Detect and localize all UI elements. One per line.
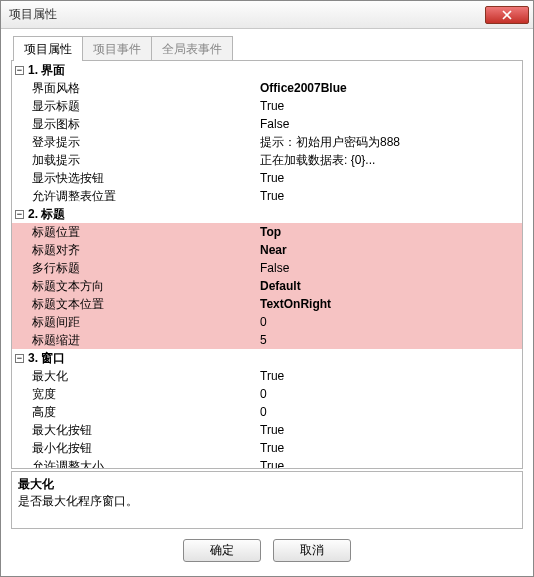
description-text: 是否最大化程序窗口。: [18, 493, 516, 510]
property-label: 多行标题: [32, 259, 260, 277]
tab-project-events[interactable]: 项目事件: [82, 36, 152, 61]
content-area: 项目属性 项目事件 全局表事件 −1. 界面界面风格Office2007Blue…: [1, 29, 533, 529]
tab-label: 项目事件: [93, 42, 141, 56]
property-value[interactable]: True: [260, 187, 522, 205]
cancel-button[interactable]: 取消: [273, 539, 351, 562]
group-title: 1. 界面: [28, 62, 65, 79]
property-row[interactable]: 允许调整大小True: [12, 457, 522, 469]
property-grid[interactable]: −1. 界面界面风格Office2007Blue显示标题True显示图标Fals…: [11, 60, 523, 469]
button-bar: 确定 取消: [1, 529, 533, 574]
property-value[interactable]: False: [260, 259, 522, 277]
property-label: 标题文本位置: [32, 295, 260, 313]
property-row[interactable]: 标题位置Top: [12, 223, 522, 241]
property-value[interactable]: Near: [260, 241, 522, 259]
property-value[interactable]: 5: [260, 331, 522, 349]
property-row[interactable]: 标题缩进5: [12, 331, 522, 349]
property-row[interactable]: 最小化按钮True: [12, 439, 522, 457]
property-value[interactable]: True: [260, 457, 522, 469]
collapse-icon[interactable]: −: [15, 210, 24, 219]
property-label: 允许调整表位置: [32, 187, 260, 205]
property-value[interactable]: 提示：初始用户密码为888: [260, 133, 522, 151]
cancel-button-label: 取消: [300, 542, 324, 559]
collapse-icon[interactable]: −: [15, 66, 24, 75]
property-value[interactable]: False: [260, 115, 522, 133]
property-value[interactable]: TextOnRight: [260, 295, 522, 313]
property-row[interactable]: 多行标题False: [12, 259, 522, 277]
property-value[interactable]: 0: [260, 385, 522, 403]
property-label: 显示快选按钮: [32, 169, 260, 187]
property-row[interactable]: 界面风格Office2007Blue: [12, 79, 522, 97]
tab-label: 项目属性: [24, 42, 72, 56]
property-value[interactable]: True: [260, 421, 522, 439]
property-label: 允许调整大小: [32, 457, 260, 469]
close-button[interactable]: [485, 6, 529, 24]
group-header[interactable]: −2. 标题: [12, 205, 522, 223]
ok-button-label: 确定: [210, 542, 234, 559]
property-label: 宽度: [32, 385, 260, 403]
property-row[interactable]: 标题文本方向Default: [12, 277, 522, 295]
property-value[interactable]: Office2007Blue: [260, 79, 522, 97]
property-row[interactable]: 加载提示正在加载数据表: {0}...: [12, 151, 522, 169]
property-label: 高度: [32, 403, 260, 421]
property-label: 标题对齐: [32, 241, 260, 259]
property-row[interactable]: 最大化按钮True: [12, 421, 522, 439]
property-label: 最大化: [32, 367, 260, 385]
property-value[interactable]: Top: [260, 223, 522, 241]
property-label: 标题文本方向: [32, 277, 260, 295]
property-value[interactable]: True: [260, 439, 522, 457]
tab-label: 全局表事件: [162, 42, 222, 56]
property-value[interactable]: 正在加载数据表: {0}...: [260, 151, 522, 169]
group-title: 2. 标题: [28, 206, 65, 223]
description-panel: 最大化 是否最大化程序窗口。: [11, 471, 523, 529]
property-label: 界面风格: [32, 79, 260, 97]
property-row[interactable]: 最大化True: [12, 367, 522, 385]
window-title: 项目属性: [9, 6, 485, 23]
property-row[interactable]: 允许调整表位置True: [12, 187, 522, 205]
group-header[interactable]: −1. 界面: [12, 61, 522, 79]
property-value[interactable]: True: [260, 169, 522, 187]
tab-global-table-events[interactable]: 全局表事件: [151, 36, 233, 61]
property-label: 标题缩进: [32, 331, 260, 349]
property-label: 标题位置: [32, 223, 260, 241]
description-title: 最大化: [18, 476, 516, 493]
ok-button[interactable]: 确定: [183, 539, 261, 562]
group-header[interactable]: −3. 窗口: [12, 349, 522, 367]
property-value[interactable]: 0: [260, 313, 522, 331]
property-value[interactable]: True: [260, 367, 522, 385]
property-label: 显示图标: [32, 115, 260, 133]
property-row[interactable]: 显示图标False: [12, 115, 522, 133]
property-value[interactable]: 0: [260, 403, 522, 421]
property-label: 最小化按钮: [32, 439, 260, 457]
collapse-icon[interactable]: −: [15, 354, 24, 363]
property-label: 显示标题: [32, 97, 260, 115]
close-icon: [502, 10, 512, 20]
property-value[interactable]: Default: [260, 277, 522, 295]
property-row[interactable]: 标题间距0: [12, 313, 522, 331]
group-title: 3. 窗口: [28, 350, 65, 367]
tab-project-properties[interactable]: 项目属性: [13, 36, 83, 61]
tab-strip: 项目属性 项目事件 全局表事件: [13, 35, 523, 60]
property-label: 标题间距: [32, 313, 260, 331]
property-row[interactable]: 标题文本位置TextOnRight: [12, 295, 522, 313]
property-row[interactable]: 标题对齐Near: [12, 241, 522, 259]
property-value[interactable]: True: [260, 97, 522, 115]
property-row[interactable]: 显示标题True: [12, 97, 522, 115]
titlebar: 项目属性: [1, 1, 533, 29]
property-row[interactable]: 登录提示提示：初始用户密码为888: [12, 133, 522, 151]
property-row[interactable]: 宽度0: [12, 385, 522, 403]
property-label: 最大化按钮: [32, 421, 260, 439]
property-label: 登录提示: [32, 133, 260, 151]
property-row[interactable]: 显示快选按钮True: [12, 169, 522, 187]
property-row[interactable]: 高度0: [12, 403, 522, 421]
property-label: 加载提示: [32, 151, 260, 169]
